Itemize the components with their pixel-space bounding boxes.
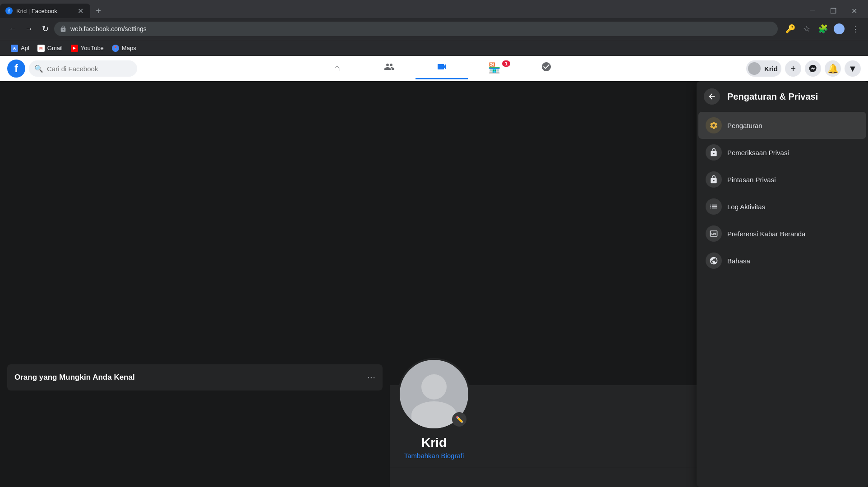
user-avatar-small — [748, 62, 761, 75]
messenger-btn[interactable] — [805, 60, 821, 77]
svg-point-0 — [752, 64, 757, 69]
reload-button[interactable]: ↻ — [38, 22, 52, 36]
bookmarks-bar: A Apl M Gmail ▶ YouTube 📍 Maps — [0, 40, 868, 56]
gmail-favicon: M — [37, 45, 45, 52]
tab-title: Krid | Facebook — [16, 8, 72, 14]
youtube-label: YouTube — [81, 45, 104, 51]
user-profile-btn[interactable]: Krid — [746, 60, 781, 77]
nav-video[interactable] — [416, 58, 468, 79]
pintasan-label: Pintasan Privasi — [727, 176, 776, 184]
back-button[interactable]: ← — [5, 22, 20, 36]
lock-privacy-icon — [706, 144, 722, 161]
marketplace-badge: 1 — [502, 60, 510, 67]
tab-favicon: f — [5, 7, 13, 14]
nav-right-icons: 🔑 ☆ 🧩 ⋮ — [783, 22, 863, 36]
fb-search-bar[interactable]: 🔍 — [29, 60, 137, 77]
forward-button[interactable]: → — [22, 22, 36, 36]
bookmark-youtube[interactable]: ▶ YouTube — [67, 43, 107, 54]
user-name-header: Krid — [764, 65, 778, 73]
bookmark-gmail[interactable]: M Gmail — [34, 43, 66, 54]
settings-menu-bahasa[interactable]: Bahasa — [698, 247, 866, 274]
add-bio-link[interactable]: Tambahkan Biografi — [404, 452, 464, 459]
globe-icon — [706, 253, 722, 269]
active-tab[interactable]: f Krid | Facebook ✕ — [0, 4, 90, 18]
suggest-more-btn[interactable]: ··· — [367, 372, 375, 383]
new-tab-button[interactable]: + — [92, 5, 105, 17]
bookmark-star-btn[interactable]: ☆ — [799, 22, 814, 36]
settings-menu-preferensi[interactable]: Preferensi Kabar Beranda — [698, 220, 866, 247]
apl-label: Apl — [21, 45, 29, 51]
log-label: Log Aktivitas — [727, 203, 765, 211]
avatar-body — [411, 401, 457, 428]
settings-menu-pengaturan[interactable]: Pengaturan — [698, 112, 866, 139]
dropdown-btn[interactable]: ▼ — [845, 60, 861, 77]
fb-nav: ⌂ 🏪 1 — [141, 58, 743, 79]
fb-main: ✏️ Krid Tambahkan Biografi Postingan Ten… — [0, 81, 868, 487]
marketplace-icon: 🏪 — [488, 62, 500, 74]
settings-menu-pintasan[interactable]: Pintasan Privasi — [698, 166, 866, 193]
nav-home[interactable]: ⌂ — [311, 58, 363, 79]
lock-icon — [60, 25, 67, 32]
gear-icon — [706, 117, 722, 133]
pengaturan-label: Pengaturan — [727, 122, 762, 129]
friends-icon — [384, 61, 395, 75]
avatar-container: ✏️ — [398, 358, 470, 430]
fb-logo[interactable]: f — [7, 60, 25, 78]
minimize-button[interactable]: ─ — [802, 4, 823, 18]
header-right: Krid + 🔔 ▼ — [746, 60, 861, 77]
search-input[interactable] — [47, 65, 132, 73]
tab-bar: f Krid | Facebook ✕ + ─ ❐ ✕ — [0, 0, 868, 18]
apl-favicon: A — [11, 45, 18, 52]
maps-favicon: 📍 — [112, 45, 119, 52]
notifications-btn[interactable]: 🔔 — [825, 60, 841, 77]
settings-panel-title: Pengaturan & Privasi — [727, 92, 818, 102]
below-profile-area: Orang yang Mungkin Anda Kenal ··· — [0, 361, 390, 487]
maximize-button[interactable]: ❐ — [823, 4, 844, 18]
pemeriksaan-label: Pemeriksaan Privasi — [727, 149, 789, 156]
settings-back-btn[interactable] — [704, 88, 720, 105]
profile-btn[interactable] — [832, 22, 846, 36]
list-icon — [706, 198, 722, 215]
nav-marketplace[interactable]: 🏪 1 — [468, 58, 520, 79]
key-icon-btn[interactable]: 🔑 — [783, 22, 798, 36]
url-display: web.facebook.com/settings — [70, 25, 147, 32]
close-button[interactable]: ✕ — [844, 4, 864, 18]
window-controls: ─ ❐ ✕ — [802, 4, 868, 18]
video-icon — [436, 61, 447, 75]
bookmark-maps[interactable]: 📍 Maps — [108, 43, 140, 54]
home-icon: ⌂ — [334, 62, 340, 74]
facebook-app: f 🔍 ⌂ — [0, 56, 868, 487]
settings-menu-log[interactable]: Log Aktivitas — [698, 193, 866, 220]
lock-shortcut-icon — [706, 171, 722, 188]
news-icon — [706, 225, 722, 242]
maps-label: Maps — [122, 45, 136, 51]
settings-menu-pemeriksaan[interactable]: Pemeriksaan Privasi — [698, 139, 866, 166]
browser-window: f Krid | Facebook ✕ + ─ ❐ ✕ ← → ↻ web.fa… — [0, 0, 868, 487]
suggest-section: Orang yang Mungkin Anda Kenal ··· — [7, 364, 383, 391]
settings-panel: Pengaturan & Privasi Pengaturan Pemeriks… — [697, 81, 868, 487]
more-btn[interactable]: ⋮ — [848, 22, 863, 36]
settings-panel-header: Pengaturan & Privasi — [697, 85, 868, 112]
address-bar[interactable]: web.facebook.com/settings — [54, 22, 778, 36]
nav-friends[interactable] — [363, 58, 416, 79]
nav-bar: ← → ↻ web.facebook.com/settings 🔑 ☆ 🧩 ⋮ — [0, 18, 868, 40]
tab-close-button[interactable]: ✕ — [76, 6, 85, 15]
search-icon: 🔍 — [34, 64, 43, 73]
avatar-head — [421, 374, 447, 400]
profile-name: Krid — [421, 436, 447, 450]
youtube-favicon: ▶ — [71, 45, 78, 52]
bahasa-label: Bahasa — [727, 257, 750, 265]
preferensi-label: Preferensi Kabar Beranda — [727, 230, 805, 238]
gmail-label: Gmail — [47, 45, 63, 51]
edit-avatar-btn[interactable]: ✏️ — [452, 412, 466, 427]
extension-btn[interactable]: 🧩 — [816, 22, 830, 36]
bookmark-apl[interactable]: A Apl — [7, 43, 33, 54]
nav-groups[interactable] — [520, 58, 573, 79]
suggest-title: Orang yang Mungkin Anda Kenal — [14, 373, 135, 382]
add-btn[interactable]: + — [785, 60, 801, 77]
fb-header: f 🔍 ⌂ — [0, 56, 868, 81]
groups-icon — [541, 61, 552, 75]
